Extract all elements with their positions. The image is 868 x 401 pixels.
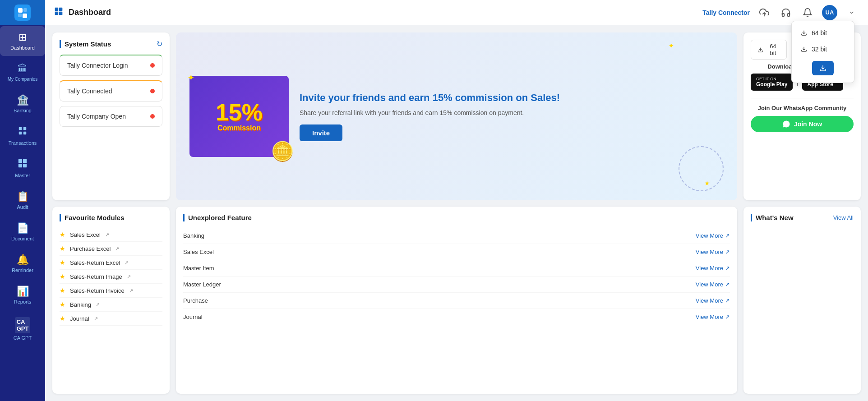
external-icon: ↗ (725, 232, 730, 239)
dropdown-item-32bit[interactable]: 32 bit (792, 41, 854, 57)
view-more-purchase[interactable]: View More ↗ (696, 297, 730, 304)
view-more-label: View More (696, 232, 723, 239)
star-icon: ★ (60, 231, 65, 238)
module-item-purchase-excel[interactable]: ★ Purchase Excel ↗ (60, 242, 162, 256)
module-item-sales-excel[interactable]: ★ Sales Excel ↗ (60, 228, 162, 242)
module-label: Sales Excel (70, 231, 101, 238)
feature-item-master-item: Master Item View More ↗ (183, 260, 730, 277)
view-more-master-item[interactable]: View More ↗ (696, 265, 730, 272)
external-icon: ↗ (725, 249, 730, 255)
sidebar-item-audit[interactable]: 📋 Audit (0, 185, 45, 215)
feature-item-master-ledger: Master Ledger View More ↗ (183, 277, 730, 293)
content-area: System Status ↻ Tally Connector Login Ta… (45, 25, 868, 401)
unexplored-header: Unexplored Feature (183, 214, 730, 221)
module-item-sales-return-image[interactable]: ★ Sales-Return Image ↗ (60, 270, 162, 284)
svg-rect-6 (19, 132, 22, 134)
status-label-login: Tally Connector Login (67, 62, 128, 69)
sidebar-item-reminder[interactable]: 🔔 Reminder (0, 249, 45, 278)
feature-item-banking: Banking View More ↗ (183, 228, 730, 244)
system-status-header: System Status ↻ (60, 40, 162, 48)
feature-label-purchase: Purchase (183, 297, 208, 304)
favourite-modules-title: Favourite Modules (60, 214, 125, 221)
star-icon: ★ (60, 259, 65, 266)
invite-button[interactable]: Invite (300, 124, 342, 141)
reports-icon: 📊 (17, 286, 29, 297)
module-item-sales-return-excel[interactable]: ★ Sales-Return Excel ↗ (60, 256, 162, 270)
sidebar-item-reports[interactable]: 📊 Reports (0, 280, 45, 310)
module-label: Journal (70, 315, 89, 322)
sidebar-item-label: My Companies (8, 77, 38, 82)
sidebar-item-transactions[interactable]: Transactions (0, 120, 45, 151)
svg-rect-11 (23, 164, 27, 167)
view-more-master-ledger[interactable]: View More ↗ (696, 281, 730, 288)
module-item-banking[interactable]: ★ Banking ↗ (60, 298, 162, 312)
dl-64bit-label: 64 bit (766, 43, 780, 56)
banner-content: Invite your friends and earn 15% commiss… (300, 92, 724, 141)
banner-title: Invite your friends and earn 15% commiss… (300, 92, 724, 105)
external-link-icon: ↗ (129, 288, 133, 294)
sidebar: ⊞ Dashboard 🏛 My Companies 🏦 Banking Tra… (0, 0, 45, 401)
sidebar-item-ca-gpt[interactable]: CAGPT CA GPT (0, 312, 45, 346)
document-icon: 📄 (17, 222, 29, 234)
view-more-banking[interactable]: View More ↗ (696, 232, 730, 239)
svg-rect-9 (23, 159, 27, 163)
tally-connector-label: Tally Connector (702, 9, 750, 16)
feature-label-master-item: Master Item (183, 265, 214, 272)
companies-icon: 🏛 (18, 63, 28, 75)
banner-highlight: 15% commission (433, 92, 513, 103)
sidebar-item-label: Audit (17, 204, 28, 210)
notifications-button[interactable] (800, 5, 815, 20)
sidebar-item-dashboard[interactable]: ⊞ Dashboard (0, 26, 45, 56)
join-now-button[interactable]: Join Now (751, 116, 854, 132)
star-decoration-bottom: ★ (704, 180, 710, 187)
user-avatar[interactable]: UA (822, 5, 837, 20)
feature-item-purchase: Purchase View More ↗ (183, 293, 730, 309)
headset-button[interactable] (779, 5, 793, 20)
refresh-icon[interactable]: ↻ (157, 40, 162, 48)
view-more-label: View More (696, 281, 723, 288)
view-more-label: View More (696, 265, 723, 272)
google-play-store-name: Google Play (756, 81, 787, 88)
favourite-modules-header: Favourite Modules (60, 214, 162, 221)
sidebar-item-my-companies[interactable]: 🏛 My Companies (0, 58, 45, 87)
topbar: Dashboard Tally Connector UA 64 bit (45, 0, 868, 25)
status-item-connected: Tally Connected (60, 80, 162, 101)
master-icon (18, 158, 28, 171)
download-action-button[interactable] (812, 61, 834, 75)
dropdown-item-64bit[interactable]: 64 bit (792, 25, 854, 41)
feature-label-journal: Journal (183, 313, 203, 320)
sidebar-item-label: Dashboard (10, 45, 35, 51)
star-icon: ★ (60, 315, 65, 322)
svg-rect-15 (59, 12, 63, 15)
chevron-down-icon[interactable] (845, 5, 859, 20)
system-status-card: System Status ↻ Tally Connector Login Ta… (52, 32, 170, 200)
topbar-grid-icon (54, 7, 63, 18)
coins-icon: 🪙 (271, 140, 294, 162)
logo-icon (14, 5, 31, 21)
feature-label-banking: Banking (183, 232, 204, 239)
sidebar-item-master[interactable]: Master (0, 153, 45, 184)
view-all-link[interactable]: View All (833, 214, 854, 221)
audit-icon: 📋 (17, 191, 29, 203)
svg-rect-7 (23, 132, 26, 134)
star-icon: ★ (60, 301, 65, 308)
view-more-journal[interactable]: View More ↗ (696, 313, 730, 320)
sidebar-item-banking[interactable]: 🏦 Banking (0, 89, 45, 119)
system-status-title: System Status (60, 40, 111, 48)
google-play-button[interactable]: GET IT ON Google Play (751, 74, 793, 91)
module-item-journal[interactable]: ★ Journal ↗ (60, 312, 162, 326)
cloud-upload-button[interactable] (757, 5, 771, 20)
module-item-sales-return-invoice[interactable]: ★ Sales-Return Invoice ↗ (60, 284, 162, 298)
external-link-icon: ↗ (115, 246, 119, 252)
whatsapp-title: Join Our WhatsApp Community (751, 105, 854, 111)
favourite-modules-card: Favourite Modules ★ Sales Excel ↗ ★ Purc… (52, 207, 170, 394)
external-icon: ↗ (725, 265, 730, 272)
view-more-sales-excel[interactable]: View More ↗ (696, 249, 730, 255)
sidebar-item-document[interactable]: 📄 Document (0, 217, 45, 247)
download-64bit-label: 64 bit (812, 29, 827, 37)
whats-new-card: What's New View All (743, 207, 861, 394)
unexplored-card: Unexplored Feature Banking View More ↗ S… (176, 207, 737, 394)
svg-rect-8 (18, 159, 22, 163)
external-link-icon: ↗ (105, 232, 109, 238)
download-64bit-button[interactable]: 64 bit (751, 40, 787, 60)
